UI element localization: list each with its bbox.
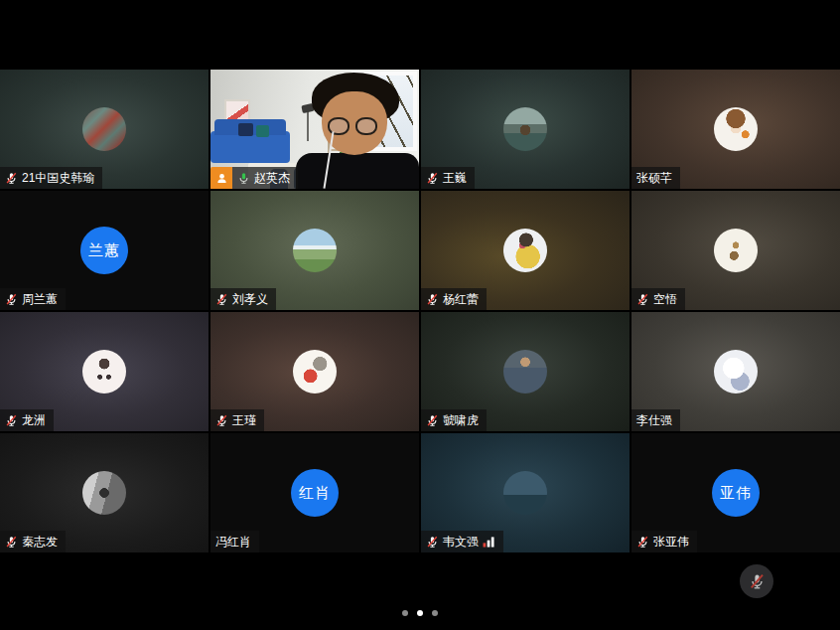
- participant-name: 刘孝义: [232, 292, 268, 306]
- name-label-row: 张硕芊: [631, 167, 680, 189]
- participant-tile[interactable]: 21中国史韩瑜: [0, 70, 209, 189]
- name-label-row: 空悟: [631, 288, 685, 310]
- mic-muted-icon: [215, 293, 228, 306]
- name-label-row: 周兰蕙: [0, 288, 66, 310]
- name-label-row: 虢啸虎: [421, 409, 487, 431]
- pillow: [256, 125, 269, 137]
- avatar: 亚伟: [712, 469, 760, 517]
- avatar: [503, 471, 547, 515]
- name-label: 李仕强: [631, 409, 680, 431]
- name-label: 龙洲: [0, 409, 54, 431]
- participant-name: 王巍: [443, 171, 467, 185]
- mic-muted-icon: [636, 536, 649, 549]
- person: [292, 70, 419, 189]
- name-label-row: 赵英杰: [210, 167, 298, 189]
- avatar: [293, 229, 337, 272]
- name-label-row: 冯红肖: [210, 531, 259, 552]
- avatar: [714, 107, 758, 151]
- avatar: 红肖: [291, 469, 339, 517]
- name-label-row: 张亚伟: [631, 531, 697, 552]
- avatar: [293, 350, 337, 394]
- name-label: 王瑾: [210, 409, 264, 431]
- participant-tile[interactable]: 秦志发: [0, 433, 209, 552]
- mic-muted-icon: [636, 293, 649, 306]
- mic-muted-icon: [5, 293, 18, 306]
- name-label-row: 韦文强: [421, 531, 503, 552]
- name-label-row: 刘孝义: [210, 288, 276, 310]
- participant-name: 张亚伟: [653, 535, 689, 549]
- mic-muted-icon: [5, 414, 18, 427]
- name-label-row: 王巍: [421, 167, 475, 189]
- page-dot[interactable]: [402, 610, 408, 616]
- avatar: [503, 229, 547, 272]
- name-label: 21中国史韩瑜: [0, 167, 102, 189]
- participant-tile[interactable]: 兰蕙 周兰蕙: [0, 191, 209, 310]
- mic-muted-icon: [426, 172, 439, 185]
- participant-name: 张硕芊: [636, 171, 672, 185]
- participant-name: 冯红肖: [215, 535, 251, 549]
- participant-name: 周兰蕙: [22, 292, 58, 306]
- participant-name: 王瑾: [232, 413, 256, 427]
- participant-tile[interactable]: 虢啸虎: [421, 312, 630, 431]
- name-label: 冯红肖: [210, 531, 259, 552]
- mic-muted-icon: [5, 172, 18, 185]
- avatar: [82, 107, 126, 151]
- avatar: [82, 471, 126, 515]
- name-label: 刘孝义: [210, 288, 276, 310]
- participant-name: 杨红蕾: [443, 292, 479, 306]
- name-label-row: 杨红蕾: [421, 288, 487, 310]
- name-label-row: 王瑾: [210, 409, 264, 431]
- participant-name: 赵英杰: [254, 171, 290, 185]
- participant-name: 21中国史韩瑜: [22, 171, 94, 185]
- name-label-row: 21中国史韩瑜: [0, 167, 102, 189]
- participant-tile[interactable]: 红肖 冯红肖: [210, 433, 419, 552]
- participant-tile[interactable]: 龙洲: [0, 312, 209, 431]
- name-label: 王巍: [421, 167, 475, 189]
- participant-tile[interactable]: 亚伟 张亚伟: [631, 433, 840, 552]
- page-dot[interactable]: [432, 610, 438, 616]
- participant-tile[interactable]: 王瑾: [210, 312, 419, 431]
- participant-tile[interactable]: 赵英杰: [210, 70, 419, 189]
- name-label: 韦文强: [421, 531, 503, 552]
- participant-tile[interactable]: 张硕芊: [631, 70, 840, 189]
- participant-name: 韦文强: [443, 535, 479, 549]
- mic-active-icon: [237, 172, 250, 185]
- sofa: [210, 131, 290, 163]
- mic-muted-icon: [426, 293, 439, 306]
- mic-muted-icon: [749, 573, 766, 590]
- avatar: [82, 350, 126, 394]
- participant-grid: 21中国史韩瑜: [0, 70, 840, 552]
- mic-muted-icon: [426, 536, 439, 549]
- pagination-dots: [0, 610, 840, 616]
- mic-muted-icon: [215, 414, 228, 427]
- mic-muted-icon: [5, 536, 18, 549]
- participant-tile[interactable]: 韦文强: [421, 433, 630, 552]
- participant-name: 秦志发: [22, 535, 58, 549]
- glasses: [326, 117, 385, 137]
- mute-button[interactable]: [740, 564, 773, 598]
- meeting-window: { "meeting": { "colors": { "accent_blue"…: [0, 0, 840, 630]
- participant-name: 龙洲: [22, 413, 46, 427]
- person-body: [296, 153, 419, 189]
- participant-name: 虢啸虎: [443, 413, 479, 427]
- name-label-row: 秦志发: [0, 531, 66, 552]
- participant-tile[interactable]: 李仕强: [631, 312, 840, 431]
- name-label-row: 龙洲: [0, 409, 54, 431]
- name-label-row: 李仕强: [631, 409, 680, 431]
- avatar: [503, 107, 547, 151]
- participant-tile[interactable]: 空悟: [631, 191, 840, 310]
- host-badge-icon: [210, 167, 232, 189]
- name-label: 张亚伟: [631, 531, 697, 552]
- avatar: [503, 350, 547, 394]
- name-label: 虢啸虎: [421, 409, 487, 431]
- participant-tile[interactable]: 刘孝义: [210, 191, 419, 310]
- name-label: 周兰蕙: [0, 288, 66, 310]
- avatar: [714, 229, 758, 272]
- participant-tile[interactable]: 王巍: [421, 70, 630, 189]
- avatar: [714, 350, 758, 394]
- page-dot[interactable]: [417, 610, 423, 616]
- participant-name: 李仕强: [636, 413, 672, 427]
- participant-tile[interactable]: 杨红蕾: [421, 191, 630, 310]
- pillow: [238, 123, 253, 136]
- name-label: 秦志发: [0, 531, 66, 552]
